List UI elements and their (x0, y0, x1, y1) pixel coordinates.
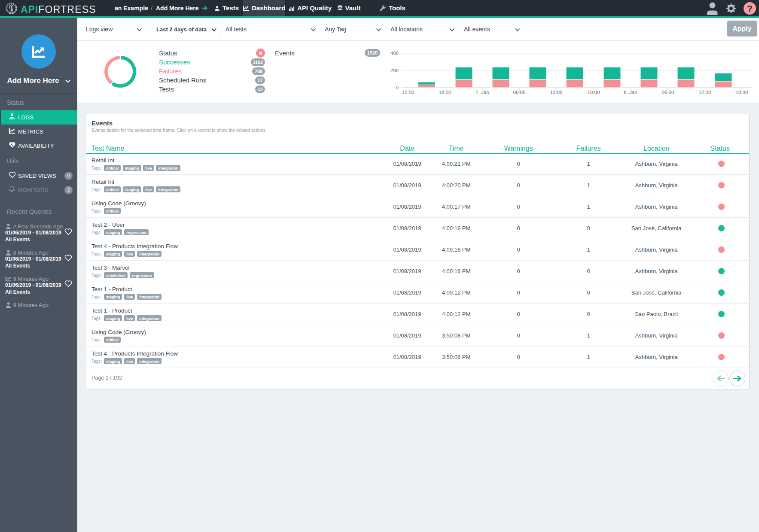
svg-text:06:00: 06:00 (662, 90, 674, 95)
svg-text:18:00: 18:00 (588, 90, 600, 95)
svg-text:0: 0 (396, 85, 399, 90)
svg-text:12:00: 12:00 (402, 90, 415, 95)
svg-text:200: 200 (390, 68, 399, 73)
svg-text:12:00: 12:00 (550, 90, 563, 95)
svg-text:18:00: 18:00 (736, 90, 748, 95)
svg-text:7. Jan: 7. Jan (476, 90, 489, 95)
svg-text:12:00: 12:00 (699, 90, 711, 95)
svg-text:400: 400 (390, 51, 399, 56)
svg-text:18:00: 18:00 (439, 90, 451, 95)
svg-text:8. Jan: 8. Jan (624, 90, 637, 95)
svg-text:06:00: 06:00 (513, 90, 526, 95)
